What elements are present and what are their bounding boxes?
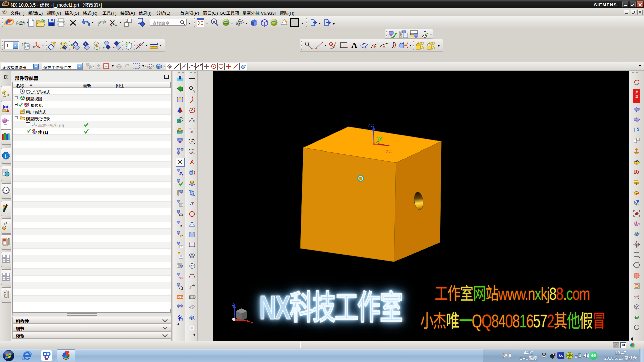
svg-text:XC: XC bbox=[386, 149, 392, 154]
svg-text:ABS: ABS bbox=[634, 83, 638, 86]
svg-text:名: 名 bbox=[177, 314, 183, 321]
svg-text:Z: Z bbox=[232, 302, 234, 306]
svg-text:i: i bbox=[139, 19, 141, 24]
svg-text:x: x bbox=[251, 321, 253, 325]
svg-text:i: i bbox=[5, 153, 6, 159]
svg-text:YC: YC bbox=[377, 136, 383, 141]
svg-text:A: A bbox=[180, 224, 183, 228]
svg-text:ZC: ZC bbox=[368, 123, 374, 128]
svg-text:Text: Text bbox=[179, 276, 184, 280]
svg-text:ICAM: ICAM bbox=[178, 296, 184, 298]
svg-text:名: 名 bbox=[179, 171, 183, 176]
